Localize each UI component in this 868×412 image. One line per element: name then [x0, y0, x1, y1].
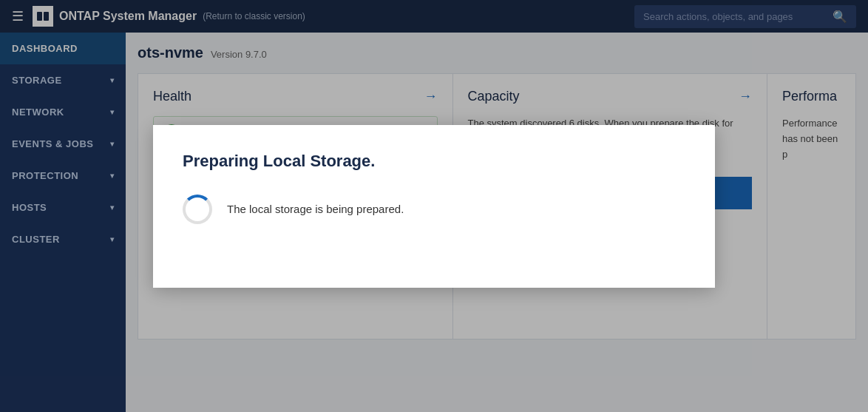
- dialog-message: The local storage is being prepared.: [227, 203, 404, 215]
- dialog-title: Preparing Local Storage.: [183, 152, 685, 171]
- loading-spinner: [183, 195, 212, 224]
- preparing-storage-dialog: Preparing Local Storage. The local stora…: [153, 125, 715, 288]
- modal-overlay: Preparing Local Storage. The local stora…: [0, 0, 868, 412]
- dialog-body: The local storage is being prepared.: [183, 195, 685, 224]
